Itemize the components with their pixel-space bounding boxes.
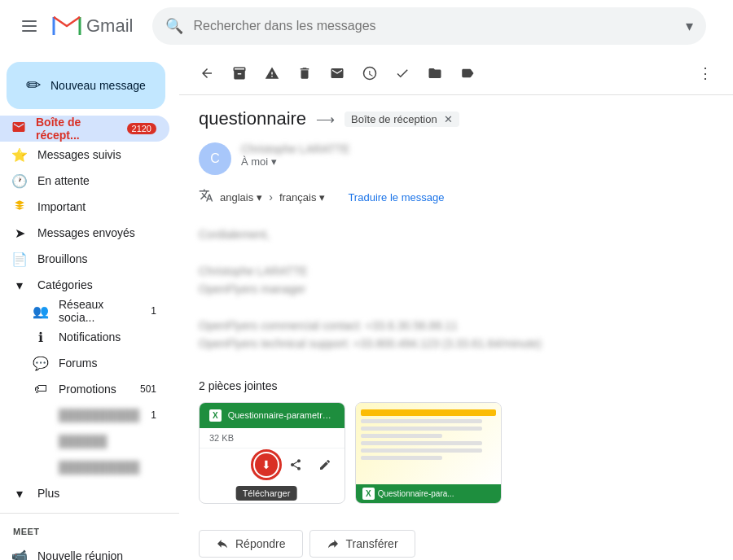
notifications-label: Notifications xyxy=(59,330,121,343)
more-options-button[interactable]: ⋮ xyxy=(691,59,720,88)
to-label: À moi xyxy=(241,155,268,168)
edit-button-1[interactable] xyxy=(312,452,338,478)
menu-icon[interactable] xyxy=(13,10,46,42)
move-button[interactable] xyxy=(420,59,450,88)
attachments-title: 2 pièces jointes xyxy=(199,379,713,392)
sidebar-item-promotions[interactable]: 🏷 Promotions 501 xyxy=(0,376,169,402)
to-lang-dropdown-icon: ▾ xyxy=(319,191,325,203)
categories-chevron-icon: ▾ xyxy=(11,278,28,293)
sidebar-item-inbox[interactable]: Boîte de récept... 2120 xyxy=(0,116,169,142)
preview-line-1 xyxy=(361,419,482,423)
report-button[interactable] xyxy=(257,59,287,88)
sidebar-item-drafts[interactable]: 📄 Brouillons xyxy=(0,246,169,272)
body-line-1: Cordialement, xyxy=(199,225,713,243)
translate-from-lang[interactable]: anglais ▾ xyxy=(220,191,262,203)
topbar: Gmail 🔍 ▾ xyxy=(0,0,733,52)
delete-button[interactable] xyxy=(290,59,319,88)
social-badge: 1 xyxy=(151,305,156,317)
sender-avatar: C xyxy=(199,142,231,175)
email-subject-line: questionnaire ⟶ Boîte de réception ✕ xyxy=(179,95,733,136)
sidebar-item-custom1[interactable]: ██████████ 1 xyxy=(0,402,169,428)
translate-icon xyxy=(199,188,213,206)
snoozed-icon: 🕐 xyxy=(11,173,28,189)
forums-label: Forums xyxy=(59,357,97,370)
forums-icon: 💬 xyxy=(33,356,49,371)
email-subject: questionnaire xyxy=(199,108,306,129)
sender-to[interactable]: À moi ▾ xyxy=(241,155,713,168)
sidebar-item-new-meeting[interactable]: 📹 Nouvelle réunion xyxy=(0,543,169,560)
attachment-ext-2: X xyxy=(362,488,375,500)
forward-button[interactable]: Transférer xyxy=(309,530,415,558)
back-button[interactable] xyxy=(192,59,222,88)
attachment-actions-1: ⬇ Télécharger xyxy=(200,448,345,481)
svg-rect-0 xyxy=(22,20,37,22)
inbox-tag[interactable]: Boîte de réception ✕ xyxy=(345,112,459,127)
promotions-label: Promotions xyxy=(59,383,116,396)
promotions-icon: 🏷 xyxy=(33,382,49,396)
attachments-row: X Questionnaire-parametrage-OF40 aeronau… xyxy=(199,402,713,504)
translate-to-lang[interactable]: français ▾ xyxy=(279,191,326,203)
attachment-preview-image xyxy=(356,403,501,484)
body-line-4: OpenFlyers commercial contact: +33.6.30.… xyxy=(199,317,713,335)
compose-label: Nouveau message xyxy=(50,79,146,92)
from-lang-dropdown-icon: ▾ xyxy=(257,191,262,203)
compose-button[interactable]: ✏ Nouveau message xyxy=(7,62,165,109)
sidebar-item-more[interactable]: ▾ Plus xyxy=(0,480,169,506)
sidebar-divider xyxy=(0,513,179,514)
email-content: ⋮ questionnaire ⟶ Boîte de réception ✕ C… xyxy=(179,52,733,560)
email-body: Cordialement, Christophe LARATTE OpenFly… xyxy=(179,212,733,366)
translate-link[interactable]: Traduire le message xyxy=(348,191,444,203)
label-button[interactable] xyxy=(453,59,482,88)
share-button-1[interactable] xyxy=(283,452,309,478)
attachment-card-1[interactable]: X Questionnaire-parametrage-OF40 aeronau… xyxy=(199,402,345,504)
sender-row: C Christophe LARATTE À moi ▾ xyxy=(179,136,733,182)
sidebar-item-custom3[interactable]: ██████████ xyxy=(0,454,169,480)
preview-line-6 xyxy=(361,456,442,460)
sent-label: Messages envoyés xyxy=(37,226,135,239)
reply-label: Répondre xyxy=(235,537,286,550)
social-label: Réseaux socia... xyxy=(59,298,141,324)
preview-line-header xyxy=(361,409,496,416)
sender-name: Christophe LARATTE xyxy=(241,142,713,155)
compose-plus-icon: ✏ xyxy=(26,75,41,96)
attachment-size-1: 32 KB xyxy=(200,428,345,448)
sender-info: Christophe LARATTE À moi ▾ xyxy=(241,142,713,168)
sidebar-item-forums[interactable]: 💬 Forums xyxy=(0,350,169,376)
sidebar-item-custom2[interactable]: ██████ xyxy=(0,428,169,454)
snooze-button[interactable] xyxy=(355,59,384,88)
inbox-tag-close-icon[interactable]: ✕ xyxy=(444,113,453,125)
attachment-filename-2: Questionnaire-para... xyxy=(378,489,454,498)
reply-button[interactable]: Répondre xyxy=(199,530,303,558)
attachment-filename-1: Questionnaire-parametrage-OF40 aeronauti… xyxy=(228,410,335,420)
done-button[interactable] xyxy=(388,59,417,88)
search-bar[interactable]: 🔍 ▾ xyxy=(152,7,706,45)
attachment-card-2[interactable]: X Questionnaire-para... xyxy=(355,402,502,504)
new-meeting-icon: 📹 xyxy=(11,549,28,561)
sidebar-item-notifications[interactable]: ℹ Notifications xyxy=(0,324,169,350)
sidebar-item-sent[interactable]: ➤ Messages envoyés xyxy=(0,220,169,246)
custom3-label: ██████████ xyxy=(59,461,139,474)
sidebar-item-snoozed[interactable]: 🕐 En attente xyxy=(0,168,169,194)
starred-label: Messages suivis xyxy=(37,148,121,161)
search-dropdown-icon[interactable]: ▾ xyxy=(686,17,693,35)
promotions-badge: 501 xyxy=(140,383,156,395)
preview-line-2 xyxy=(361,427,482,431)
search-input[interactable] xyxy=(193,19,686,33)
categories-label: Catégories xyxy=(37,278,93,291)
translate-bar: anglais ▾ › français ▾ Traduire le messa… xyxy=(179,182,733,212)
mark-button[interactable] xyxy=(323,59,352,88)
gmail-text: Gmail xyxy=(86,15,133,37)
download-button-1[interactable]: ⬇ Télécharger xyxy=(253,452,279,478)
search-icon: 🔍 xyxy=(165,17,183,35)
preview-line-3 xyxy=(361,434,442,438)
important-label: Important xyxy=(37,200,86,213)
sidebar-item-important[interactable]: Important xyxy=(0,194,169,220)
sidebar-item-social[interactable]: 👥 Réseaux socia... 1 xyxy=(0,298,169,324)
sidebar-item-categories[interactable]: ▾ Catégories xyxy=(0,272,169,298)
forward-label: Transférer xyxy=(346,537,398,550)
sidebar-item-starred[interactable]: ⭐ Messages suivis xyxy=(0,142,169,168)
archive-button[interactable] xyxy=(225,59,254,88)
new-meeting-label: Nouvelle réunion xyxy=(37,549,123,560)
main-layout: ✏ Nouveau message Boîte de récept... 212… xyxy=(0,52,733,560)
forward-icon[interactable]: ⟶ xyxy=(316,112,335,127)
